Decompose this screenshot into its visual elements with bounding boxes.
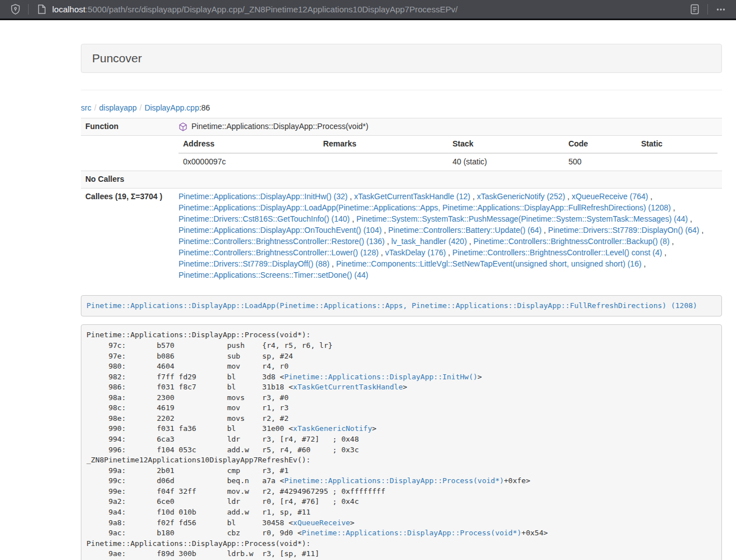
disasm-symbol-link[interactable]: Pinetime::Applications::DisplayApp::Proc…	[302, 529, 522, 537]
breadcrumb-item-src[interactable]: src	[81, 103, 92, 112]
breadcrumb-item-file[interactable]: DisplayApp.cpp	[144, 103, 199, 112]
reader-mode-icon[interactable]	[687, 2, 702, 17]
metrics-table: Address Remarks Stack Code Static 0x0000…	[179, 136, 717, 171]
metrics-row: Address Remarks Stack Code Static 0x0000…	[81, 135, 722, 171]
callee-link[interactable]: vTaskDelay (176)	[385, 248, 446, 257]
function-row: Function Pinetime::Applications::Display…	[81, 118, 722, 136]
callee-link[interactable]: xTaskGetCurrentTaskHandle (12)	[354, 192, 470, 201]
callee-link[interactable]: Pinetime::Drivers::St7789::DisplayOff() …	[179, 259, 330, 268]
callee-link[interactable]: xTaskGenericNotify (252)	[477, 192, 565, 201]
metrics-remarks	[319, 153, 448, 171]
callers-row: No Callers	[81, 171, 722, 188]
callees-row: Callees (19, Σ=3704 ) Pinetime::Applicat…	[81, 188, 722, 283]
callee-link[interactable]: lv_task_handler (420)	[391, 237, 467, 246]
url-text[interactable]: localhost:5000/path/src/displayapp/Displ…	[52, 4, 687, 14]
disasm-symbol-link[interactable]: Pinetime::Applications::DisplayApp::Init…	[284, 373, 477, 381]
callee-link[interactable]: Pinetime::Controllers::Battery::Update()…	[388, 226, 542, 235]
browser-url-bar[interactable]: localhost:5000/path/src/displayapp/Displ…	[0, 0, 736, 20]
callees-list: Pinetime::Applications::DisplayApp::Init…	[174, 188, 722, 283]
breadcrumb-line-number: :86	[199, 103, 210, 112]
metrics-header-remarks: Remarks	[319, 136, 448, 153]
url-path: :5000/path/src/displayapp/DisplayApp.cpp…	[85, 4, 458, 14]
menu-dots-icon[interactable]	[714, 2, 728, 17]
breadcrumb-item-displayapp[interactable]: displayapp	[99, 103, 137, 112]
shield-icon[interactable]	[8, 2, 22, 17]
package-cube-icon	[179, 122, 188, 131]
callee-link[interactable]: Pinetime::Controllers::BrightnessControl…	[452, 248, 662, 257]
divider	[81, 90, 722, 90]
callee-link[interactable]: Pinetime::Drivers::Cst816S::GetTouchInfo…	[179, 214, 350, 223]
function-name: Pinetime::Applications::DisplayApp::Proc…	[191, 121, 368, 132]
metrics-header-address: Address	[179, 136, 319, 153]
metrics-header-static: Static	[637, 136, 717, 153]
disasm-symbol-link[interactable]: xTaskGenericNotify	[293, 424, 372, 433]
callees-label: Callees (19, Σ=3704 )	[81, 188, 174, 283]
metrics-header-code: Code	[564, 136, 637, 153]
callee-link[interactable]: Pinetime::Applications::DisplayApp::OnTo…	[179, 226, 382, 235]
disasm-symbol-link[interactable]: Pinetime::Applications::DisplayApp::Proc…	[284, 476, 504, 485]
callee-link[interactable]: Pinetime::Applications::DisplayApp::Load…	[179, 203, 671, 212]
main-content: Puncover src/displayapp/DisplayApp.cpp:8…	[81, 44, 722, 560]
url-host: localhost	[52, 4, 85, 14]
no-callers-label: No Callers	[81, 171, 174, 188]
callee-link[interactable]: Pinetime::System::SystemTask::PushMessag…	[356, 214, 688, 223]
disasm-symbol-link[interactable]: xQueueReceive	[293, 518, 350, 527]
disasm-symbol-link[interactable]: xTaskGetCurrentTaskHandle	[293, 383, 403, 391]
metrics-header-stack: Stack	[448, 136, 564, 153]
toolbar-divider	[707, 4, 708, 15]
metrics-stack: 40 (static)	[448, 153, 564, 171]
metrics-address: 0x0000097c	[179, 153, 319, 171]
symbol-highlight-block: Pinetime::Applications::DisplayApp::Load…	[81, 295, 722, 317]
callee-link[interactable]: Pinetime::Components::LittleVgl::SetNewT…	[336, 259, 642, 268]
callee-link[interactable]: Pinetime::Applications::DisplayApp::Init…	[179, 192, 348, 201]
callee-link[interactable]: Pinetime::Controllers::BrightnessControl…	[179, 248, 378, 257]
breadcrumb-separator: /	[137, 103, 145, 112]
metrics-data-row: 0x0000097c 40 (static) 500	[179, 153, 717, 171]
breadcrumb: src/displayapp/DisplayApp.cpp:86	[81, 102, 722, 113]
page-title: Puncover	[92, 52, 711, 65]
symbol-highlight-link[interactable]: Pinetime::Applications::DisplayApp::Load…	[86, 301, 697, 310]
function-table: Function Pinetime::Applications::Display…	[81, 118, 722, 284]
toolbar-divider	[28, 4, 29, 15]
disassembly-pre: Pinetime::Applications::DisplayApp::Proc…	[81, 324, 722, 560]
callee-link[interactable]: xQueueReceive (764)	[572, 192, 648, 201]
function-row-label: Function	[81, 118, 174, 136]
callee-link[interactable]: Pinetime::Drivers::St7789::DisplayOn() (…	[548, 226, 699, 235]
callee-link[interactable]: Pinetime::Applications::Screens::Timer::…	[179, 270, 368, 279]
callee-link[interactable]: Pinetime::Controllers::BrightnessControl…	[473, 237, 669, 246]
page-icon	[34, 2, 49, 17]
metrics-static	[637, 153, 717, 171]
breadcrumb-separator: /	[92, 103, 99, 112]
metrics-code: 500	[564, 153, 637, 171]
callee-link[interactable]: Pinetime::Controllers::BrightnessControl…	[179, 237, 385, 246]
page-title-well: Puncover	[81, 44, 722, 73]
